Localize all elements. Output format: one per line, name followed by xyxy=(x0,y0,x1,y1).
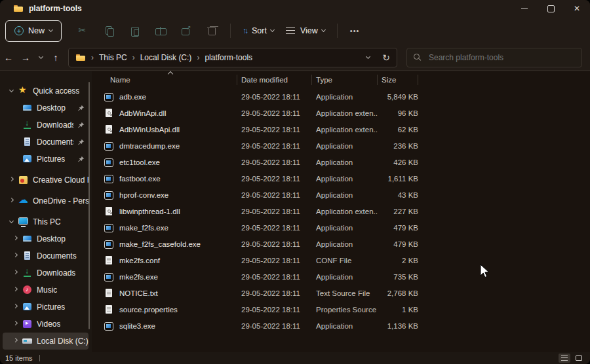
breadcrumb-item[interactable]: This PC xyxy=(99,53,127,62)
sidebar-item[interactable]: Documents xyxy=(3,247,88,264)
sidebar-item[interactable]: OneDrive - Persona xyxy=(3,192,88,209)
file-size: 96 KB xyxy=(378,109,418,117)
sidebar-item[interactable]: Documents xyxy=(3,134,88,151)
delete-button[interactable] xyxy=(199,20,224,42)
column-header-type[interactable]: Type xyxy=(312,75,378,85)
column-header-name[interactable]: Name xyxy=(92,75,237,85)
file-row[interactable]: AdbWinUsbApi.dll 29-05-2022 18:11 Applic… xyxy=(92,121,590,137)
expander-chevron-icon[interactable] xyxy=(8,221,14,223)
file-date-modified: 29-05-2022 18:11 xyxy=(237,142,312,150)
sidebar-item-label: Creative Cloud Files xyxy=(33,175,88,185)
address-dropdown-icon[interactable] xyxy=(366,54,370,58)
breadcrumb-item[interactable]: Local Disk (C:) xyxy=(140,53,192,62)
sidebar-item[interactable]: Quick access xyxy=(3,82,88,100)
sidebar-item[interactable]: Desktop xyxy=(3,230,88,247)
sort-button[interactable]: ↑↓ Sort xyxy=(237,20,280,42)
file-list-pane: Name Date modified Type Size adb.exe 29-… xyxy=(92,71,590,352)
maximize-button[interactable] xyxy=(538,0,564,17)
sidebar-item[interactable]: Downloads xyxy=(3,264,88,282)
file-row[interactable]: make_f2fs.exe 29-05-2022 18:11 Applicati… xyxy=(92,219,590,236)
sidebar-item-icon xyxy=(18,196,29,206)
column-header-size[interactable]: Size xyxy=(378,75,418,85)
file-row[interactable]: mke2fs.exe 29-05-2022 18:11 Application … xyxy=(92,268,590,285)
large-icons-view-button[interactable] xyxy=(573,354,585,363)
file-row[interactable]: source.properties 29-05-2022 18:11 Prope… xyxy=(92,301,590,318)
status-bar: 15 items xyxy=(0,352,590,364)
up-button[interactable]: ↑ xyxy=(47,48,64,67)
details-view-button[interactable] xyxy=(559,354,570,363)
sidebar-item[interactable]: Music xyxy=(3,282,88,299)
sidebar-item[interactable]: This PC xyxy=(3,213,88,230)
column-header-date-modified[interactable]: Date modified xyxy=(237,75,312,85)
close-button[interactable]: ✕ xyxy=(564,0,590,17)
sidebar-item[interactable]: Pictures xyxy=(3,151,88,168)
file-type: Properties Source ... xyxy=(312,306,378,314)
address-breadcrumb-bar[interactable]: › This PC › Local Disk (C:) › platform-t… xyxy=(68,48,397,67)
recent-locations-button[interactable] xyxy=(34,48,47,67)
file-type: Application xyxy=(312,191,378,199)
file-type: Application exten... xyxy=(312,208,378,215)
file-row[interactable]: hprof-conv.exe 29-05-2022 18:11 Applicat… xyxy=(92,187,590,203)
sidebar-item[interactable]: Videos xyxy=(3,316,88,333)
share-button[interactable] xyxy=(173,20,199,42)
file-row[interactable]: sqlite3.exe 29-05-2022 18:11 Application… xyxy=(92,318,590,334)
file-row[interactable]: NOTICE.txt 29-05-2022 18:11 Text Source … xyxy=(92,285,590,301)
file-row[interactable]: dmtracedump.exe 29-05-2022 18:11 Applica… xyxy=(92,137,590,154)
refresh-icon[interactable]: ↻ xyxy=(382,52,390,63)
address-bar-row: ← → ↑ › This PC › Local Disk (C:) › plat… xyxy=(0,45,590,71)
expander-chevron-icon[interactable] xyxy=(12,323,18,325)
file-name-cell: hprof-conv.exe xyxy=(92,190,237,200)
file-size: 62 KB xyxy=(378,126,418,134)
file-icon xyxy=(104,108,114,118)
file-name: AdbWinUsbApi.dll xyxy=(119,126,180,134)
file-icon xyxy=(104,206,114,217)
file-row[interactable]: make_f2fs_casefold.exe 29-05-2022 18:11 … xyxy=(92,236,590,252)
file-row[interactable]: fastboot.exe 29-05-2022 18:11 Applicatio… xyxy=(92,170,590,187)
forward-button[interactable]: → xyxy=(17,48,34,67)
breadcrumb-item[interactable]: platform-tools xyxy=(205,53,252,62)
file-size: 227 KB xyxy=(378,208,418,215)
expander-chevron-icon[interactable] xyxy=(8,179,14,181)
search-input[interactable] xyxy=(427,52,575,63)
share-icon xyxy=(181,26,191,36)
file-row[interactable]: libwinpthread-1.dll 29-05-2022 18:11 App… xyxy=(92,203,590,219)
sidebar-item[interactable]: Desktop xyxy=(3,100,88,117)
expander-chevron-icon[interactable] xyxy=(12,340,18,342)
file-icon xyxy=(104,157,114,168)
file-type: CONF File xyxy=(312,257,378,264)
expander-chevron-icon[interactable] xyxy=(8,200,14,202)
view-button[interactable]: View xyxy=(280,20,331,42)
sidebar-item[interactable]: Creative Cloud Files xyxy=(3,172,88,189)
file-row[interactable]: AdbWinApi.dll 29-05-2022 18:11 Applicati… xyxy=(92,105,590,121)
minimize-button[interactable] xyxy=(511,0,538,17)
column-headers: Name Date modified Type Size xyxy=(92,71,590,88)
new-button[interactable]: + New xyxy=(5,20,62,42)
copy-button[interactable] xyxy=(96,20,122,42)
more-options-button[interactable]: ••• xyxy=(344,27,366,35)
expander-chevron-icon[interactable] xyxy=(12,238,18,240)
sidebar-item[interactable]: Downloads xyxy=(3,117,88,134)
sidebar-item-icon xyxy=(22,120,33,130)
breadcrumb: This PC › Local Disk (C:) › platform-too… xyxy=(99,53,252,62)
file-row[interactable]: mke2fs.conf 29-05-2022 18:11 CONF File 2… xyxy=(92,252,590,268)
rename-button[interactable] xyxy=(148,20,173,42)
expander-chevron-icon[interactable] xyxy=(12,306,18,308)
file-row[interactable]: etc1tool.exe 29-05-2022 18:11 Applicatio… xyxy=(92,154,590,170)
search-box[interactable] xyxy=(406,48,582,67)
file-size: 5,849 KB xyxy=(378,93,418,101)
sidebar-scrollbar[interactable] xyxy=(88,82,90,329)
sidebar-item[interactable]: Local Disk (C:) xyxy=(3,333,88,350)
file-row[interactable]: adb.exe 29-05-2022 18:11 Application 5,8… xyxy=(92,88,590,105)
sidebar-item-icon xyxy=(18,217,29,227)
sidebar-item[interactable]: Pictures xyxy=(3,299,88,316)
back-button[interactable]: ← xyxy=(0,48,17,67)
expander-chevron-icon[interactable] xyxy=(8,90,14,92)
expander-chevron-icon[interactable] xyxy=(12,289,18,291)
file-size: 426 KB xyxy=(378,158,418,166)
plus-circle-icon: + xyxy=(14,26,24,35)
chevron-down-icon xyxy=(321,27,326,32)
paste-button[interactable] xyxy=(122,20,148,42)
expander-chevron-icon[interactable] xyxy=(12,272,18,274)
cut-button[interactable] xyxy=(71,20,96,42)
expander-chevron-icon[interactable] xyxy=(12,255,18,257)
